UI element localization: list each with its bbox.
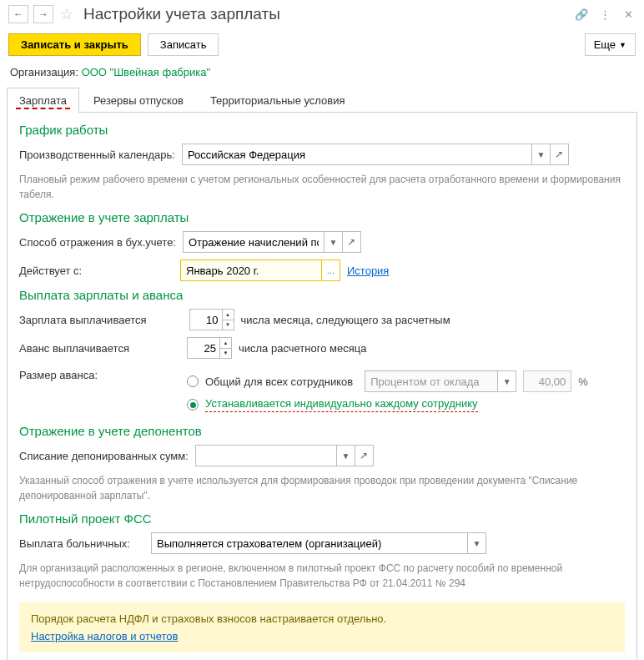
method-dropdown-btn[interactable]: ▼ xyxy=(325,231,343,253)
writeoff-label: Списание депонированных сумм: xyxy=(19,450,189,462)
save-button[interactable]: Записать xyxy=(148,33,219,56)
calendar-dropdown-btn[interactable]: ▼ xyxy=(532,144,551,165)
percent-type-input xyxy=(365,370,498,392)
effective-date-picker-btn[interactable]: … xyxy=(322,259,340,281)
tax-settings-link[interactable]: Настройка налогов и отчетов xyxy=(31,630,178,642)
advance-day-down[interactable]: ▼ xyxy=(220,348,232,360)
schedule-hint: Плановый режим рабочего времени с учетом… xyxy=(19,172,625,202)
salary-day-down[interactable]: ▼ xyxy=(223,320,234,331)
calendar-open-btn[interactable]: ↗ xyxy=(551,144,569,165)
tab-salary[interactable]: Зарплата xyxy=(7,88,79,113)
salary-paid-label: Зарплата выплачивается xyxy=(19,314,147,326)
section-payment-title: Выплата зарплаты и аванса xyxy=(19,288,625,302)
percent-type-dropdown: ▼ xyxy=(498,370,516,392)
section-accounting-title: Отражение в учете зарплаты xyxy=(19,210,625,224)
notice-text: Порядок расчета НДФЛ и страховых взносов… xyxy=(31,612,613,625)
method-input[interactable] xyxy=(183,231,325,253)
calendar-input[interactable] xyxy=(182,144,532,165)
method-label: Способ отражения в бух.учете: xyxy=(19,236,176,249)
calendar-label: Производственный календарь: xyxy=(19,149,175,161)
advance-day-input[interactable] xyxy=(187,337,220,359)
link-icon[interactable]: 🔗 xyxy=(574,7,589,22)
chevron-down-icon: ▼ xyxy=(619,41,626,49)
radio-individual-label: Устанавливается индивидуально каждому со… xyxy=(205,397,478,412)
history-link[interactable]: История xyxy=(347,265,389,277)
advance-day-up[interactable]: ▲ xyxy=(220,337,232,348)
salary-day-input[interactable] xyxy=(189,309,223,330)
writeoff-dropdown-btn[interactable]: ▼ xyxy=(337,445,355,466)
kebab-icon[interactable]: ⋮ xyxy=(597,7,612,22)
percent-sign: % xyxy=(578,375,588,388)
section-schedule-title: График работы xyxy=(19,123,625,137)
sick-label: Выплата больничных: xyxy=(19,537,144,550)
salary-day-up[interactable]: ▲ xyxy=(223,309,234,320)
tab-reserves[interactable]: Резервы отпусков xyxy=(81,88,196,113)
back-button[interactable]: ← xyxy=(8,5,28,23)
percent-value-input xyxy=(523,370,571,392)
tab-territorial[interactable]: Территориальные условия xyxy=(198,88,358,113)
section-pilot-title: Пилотный проект ФСС xyxy=(19,511,625,526)
org-label: Организация: xyxy=(10,66,82,78)
method-open-btn[interactable]: ↗ xyxy=(343,231,361,253)
pilot-hint: Для организаций расположенных в регионе,… xyxy=(19,561,625,591)
salary-after-text: числа месяца, следующего за расчетным xyxy=(241,314,450,326)
sick-input[interactable] xyxy=(151,532,468,554)
deponents-hint: Указанный способ отражения в учете испол… xyxy=(19,473,625,503)
advance-size-label: Размер аванса: xyxy=(19,365,144,381)
radio-common[interactable] xyxy=(187,375,199,387)
effective-label: Действует с: xyxy=(19,265,174,277)
favorite-icon[interactable]: ☆ xyxy=(58,6,75,23)
notice-box: Порядок расчета НДФЛ и страховых взносов… xyxy=(19,602,625,652)
radio-individual[interactable] xyxy=(187,399,199,411)
sick-dropdown-btn[interactable]: ▼ xyxy=(468,532,486,554)
window-title: Настройки учета зарплаты xyxy=(83,5,569,23)
advance-after-text: числа расчетного месяца xyxy=(239,342,366,355)
section-deponents-title: Отражение в учете депонентов xyxy=(19,424,625,438)
writeoff-open-btn[interactable]: ↗ xyxy=(355,445,374,466)
more-button[interactable]: Еще ▼ xyxy=(585,33,636,56)
org-value: ООО "Швейная фабрика" xyxy=(82,66,210,78)
forward-button[interactable]: → xyxy=(33,5,53,23)
writeoff-input[interactable] xyxy=(195,445,337,466)
advance-paid-label: Аванс выплачивается xyxy=(19,342,144,355)
close-icon[interactable]: ✕ xyxy=(621,7,636,22)
radio-common-label: Общий для всех сотрудников xyxy=(205,375,353,388)
save-close-button[interactable]: Записать и закрыть xyxy=(8,33,141,56)
effective-date-input[interactable] xyxy=(180,259,322,281)
